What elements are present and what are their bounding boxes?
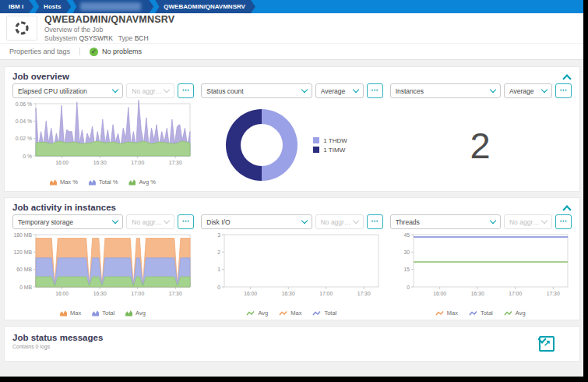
svg-text:17:00: 17:00 (509, 291, 522, 296)
chevron-down-icon (541, 87, 548, 93)
svg-text:120 MB: 120 MB (14, 249, 33, 255)
legend-item[interactable]: Avg (246, 309, 268, 317)
page-subtitle: Overview of the Job (44, 26, 174, 34)
problems-badge[interactable]: No problems (90, 48, 142, 56)
aggregation-dropdown-temp-storage[interactable]: No aggregation (126, 214, 174, 229)
legend-item[interactable]: Total % (89, 179, 118, 186)
metric-dropdown-temp-storage-label: Temporary storage (18, 218, 113, 226)
collapse-section-activity-chevron-up-icon[interactable] (564, 205, 570, 211)
aggregation-dropdown-instances-label: Average (509, 87, 542, 95)
chart-disk-io: 321016:0016:3017:0017:30AvgMaxTotal (201, 231, 382, 317)
legend-item[interactable]: Avg (504, 309, 526, 317)
metric-dropdown-cpu-label: Elapsed CPU utilization (18, 87, 113, 95)
tile-threads: Threads No aggregation 453015016:0016:30… (390, 214, 572, 317)
entity-header: QWEBADMIN/QNAVMNSRV Overview of the Job … (0, 13, 583, 43)
svg-text:45: 45 (403, 232, 410, 238)
legend-item[interactable]: Total (312, 309, 336, 317)
legend-item[interactable]: Avg % (129, 179, 156, 186)
svg-text:16:30: 16:30 (470, 291, 484, 296)
aggregation-dropdown-cpu[interactable]: No aggregation (126, 83, 174, 98)
single-value-display: 2 (390, 100, 571, 190)
section-job-overview: Job overview Elapsed CPU utilization No … (4, 66, 580, 192)
legend-item[interactable]: 1 TIMW (313, 147, 347, 154)
legend-swatch (246, 310, 255, 317)
svg-text:16:00: 16:00 (433, 291, 446, 296)
more-options-button[interactable] (367, 214, 383, 229)
aggregation-dropdown-threads[interactable]: No aggregation (504, 214, 552, 229)
legend-swatch (279, 310, 287, 317)
breadcrumb-item-ibmi[interactable]: IBM i (0, 0, 33, 13)
tile-cpu-utilization: Elapsed CPU utilization No aggregation 0… (12, 83, 194, 190)
tile-temporary-storage: Temporary storage No aggregation 180 MB1… (12, 214, 194, 317)
svg-text:16:30: 16:30 (282, 291, 295, 296)
legend-label: Total (102, 309, 114, 317)
meta-label-type: Type (118, 34, 132, 42)
more-options-button[interactable] (555, 83, 572, 98)
collapse-section-overview-chevron-up-icon[interactable] (564, 74, 570, 80)
svg-text:16:00: 16:00 (55, 291, 69, 296)
metric-dropdown-status-label: Status count (206, 87, 301, 95)
aggregation-dropdown-disk-io-label: No aggregation (321, 218, 354, 226)
chart-temporary-storage: 180 MB120 MB60 MB0 MB16:0016:3017:0017:3… (12, 231, 193, 317)
legend-label: Max (447, 309, 458, 317)
svg-text:30: 30 (403, 249, 410, 255)
aggregation-dropdown-temp-storage-label: No aggregation (132, 218, 164, 226)
svg-text:2: 2 (218, 249, 221, 255)
chevron-down-icon (112, 218, 118, 224)
metric-dropdown-disk-io[interactable]: Disk I/O (201, 214, 312, 229)
svg-text:16:30: 16:30 (93, 160, 107, 165)
svg-text:0.06 %: 0.06 % (16, 101, 32, 107)
svg-text:0.04 %: 0.04 % (16, 118, 32, 124)
more-options-button[interactable] (178, 214, 194, 229)
metric-dropdown-instances[interactable]: Instances (390, 83, 501, 98)
legend-swatch (504, 310, 512, 317)
more-options-button[interactable] (555, 214, 572, 229)
legend-item[interactable]: Total (92, 309, 114, 317)
svg-text:15: 15 (403, 267, 410, 272)
svg-text:180 MB: 180 MB (14, 232, 33, 238)
metric-dropdown-threads[interactable]: Threads (390, 214, 501, 229)
legend-swatch (89, 179, 96, 186)
breadcrumb-item-hosts[interactable]: Hosts (35, 0, 71, 13)
metric-dropdown-temp-storage[interactable]: Temporary storage (12, 214, 123, 229)
tile-disk-io: Disk I/O No aggregation 321016:0016:3017… (201, 214, 382, 317)
svg-text:17:30: 17:30 (169, 291, 182, 296)
legend-item[interactable]: Max % (50, 179, 78, 186)
legend-item[interactable]: Max (279, 309, 301, 317)
svg-text:0.02 %: 0.02 % (16, 136, 32, 141)
entity-meta: Subsystem QSYSWRK Type BCH (44, 34, 174, 42)
svg-text:17:00: 17:00 (131, 160, 144, 165)
svg-text:17:00: 17:00 (320, 291, 333, 296)
breadcrumb-item-job[interactable]: QWEBADMIN/QNAVMNSRV (155, 0, 255, 13)
chevron-down-icon (301, 87, 307, 93)
chart-instances-single-value: 2 (390, 100, 571, 190)
svg-text:16:00: 16:00 (244, 291, 257, 296)
metric-dropdown-status[interactable]: Status count (201, 83, 312, 98)
aggregation-dropdown-status[interactable]: Average (315, 83, 364, 98)
more-options-button[interactable] (178, 83, 194, 98)
metric-dropdown-cpu[interactable]: Elapsed CPU utilization (12, 83, 123, 98)
svg-text:0 %: 0 % (23, 154, 32, 159)
legend-item[interactable]: 1 THDW (313, 137, 347, 144)
legend-item[interactable]: Total (469, 309, 493, 317)
svg-text:17:30: 17:30 (357, 291, 371, 296)
svg-text:17:00: 17:00 (131, 291, 144, 296)
legend-item[interactable]: Max (435, 309, 458, 317)
legend-swatch (129, 179, 136, 186)
aggregation-dropdown-instances[interactable]: Average (504, 83, 552, 98)
chevron-down-icon (352, 87, 358, 93)
section-subtitle-log-count: Contains 0 logs (12, 344, 572, 349)
legend-label: 1 THDW (323, 137, 347, 144)
breadcrumb: IBM i Hosts QWEBADMIN/QNAVMNSRV (0, 0, 583, 13)
aggregation-dropdown-disk-io[interactable]: No aggregation (315, 214, 364, 229)
legend-swatch (469, 310, 477, 317)
expand-section-messages-chevron-down-icon[interactable] (564, 341, 570, 347)
tab-properties-and-tags[interactable]: Properties and tags (9, 48, 80, 55)
legend-item[interactable]: Max (60, 309, 81, 317)
svg-text:60 MB: 60 MB (16, 267, 32, 272)
page-title: QWEBADMIN/QNAVMNSRV (44, 14, 174, 25)
breadcrumb-item-host-redacted[interactable] (72, 0, 153, 13)
more-options-button[interactable] (367, 83, 383, 98)
legend-item[interactable]: Avg (125, 309, 146, 317)
legend-label: Max (70, 309, 81, 317)
